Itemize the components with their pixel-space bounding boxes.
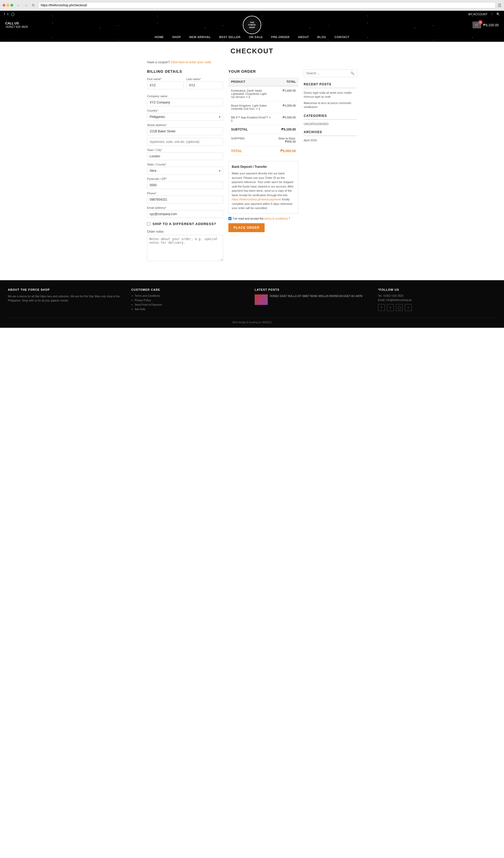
forward-button[interactable]: → [23, 3, 29, 8]
search-input[interactable] [304, 69, 348, 77]
footer-customer-care-title: CUSTOMER CARE [131, 288, 249, 291]
terms-link[interactable]: terms & conditions [264, 217, 288, 220]
my-account-link[interactable]: MY ACCOUNT [468, 13, 487, 16]
total-label: TOTAL [228, 146, 274, 156]
browser-menu-icon[interactable]: ☰ [498, 3, 501, 8]
city-label: Town / City* [147, 148, 223, 152]
table-row: Kotobukiya: Darth Vader Lightsaber Chops… [228, 86, 298, 101]
ship-different-checkbox[interactable] [147, 222, 150, 226]
close-button[interactable] [3, 4, 5, 6]
terms-checkbox[interactable] [228, 217, 231, 220]
payment-section: Bank Deposit / Transfer Make your paymen… [228, 161, 298, 214]
archive-april-2018[interactable]: April 2018 [304, 139, 357, 142]
product-name-3: BB-8™ App-Enabled Droid™ × 1 [228, 113, 274, 125]
recent-post-1[interactable]: Donec eget nulla sit amet nunc mollis rh… [304, 91, 357, 99]
order-section-title: YOUR ORDER [228, 69, 298, 74]
email-label: Email address* [147, 206, 223, 209]
cart-widget[interactable]: 🛒 4 ₱9,100.00 [472, 21, 499, 28]
address-bar[interactable] [38, 2, 495, 9]
category-uncategorized[interactable]: UNCATEGORIZED [304, 122, 357, 126]
country-select[interactable]: Philippines [147, 113, 223, 121]
nav-shop[interactable]: SHOP [168, 32, 185, 42]
company-input[interactable] [147, 98, 223, 106]
phone-number: +63917 620 3929 [5, 25, 28, 28]
nav-contact[interactable]: CONTACT [330, 32, 354, 42]
state-select[interactable]: Abra [147, 167, 223, 175]
twitter-icon-top[interactable]: t [7, 12, 8, 16]
payment-link[interactable]: https://theforceshop.ph/send-payment/ [232, 198, 281, 201]
total-row: TOTAL ₱9,900.00 [228, 146, 298, 156]
archives-section: ARCHIVES April 2018 [304, 130, 357, 142]
logo-image: THEFORCESHOP [243, 16, 261, 34]
shipping-value: Door to Door: ₱800.00 [274, 134, 298, 146]
search-icon-top[interactable]: 🔍 [497, 13, 500, 16]
recent-post-2[interactable]: Maecenas id arcu at purus commodo vestib… [304, 101, 357, 109]
street-label: Street address* [147, 124, 223, 127]
social-icons-top: f t ◯ [4, 12, 14, 16]
nav-home[interactable]: HOME [150, 32, 168, 42]
cart-icon[interactable]: 🛒 4 [472, 21, 481, 28]
wishlist-icon[interactable]: ♡ [491, 13, 493, 16]
latest-post-image [255, 295, 268, 305]
page-title: CHECKOUT [0, 47, 504, 55]
phone-input[interactable] [147, 196, 223, 204]
facebook-icon-top[interactable]: f [4, 12, 5, 16]
postcode-input[interactable] [147, 181, 223, 189]
total-col-header: TOTAL [274, 78, 298, 86]
order-notes-textarea[interactable] [147, 235, 223, 261]
cart-count-badge: 4 [478, 20, 483, 25]
footer-follow-title: *FOLLOW US [378, 288, 496, 291]
minimize-button[interactable] [6, 4, 9, 6]
footer-grid: ABOUT THE FORCE SHOP We are a mecca for … [8, 288, 496, 312]
postcode-label: Postcode / ZIP* [147, 177, 223, 180]
table-row: Beast Kingdom: Light Saber Umbrella 2nd … [228, 101, 298, 113]
ship-different-section: SHIP TO A DIFFERENT ADDRESS? [147, 222, 223, 226]
footer-extra-icon[interactable]: • [405, 304, 411, 311]
order-table: PRODUCT TOTAL Kotobukiya: Darth Vader Li… [228, 78, 298, 156]
footer-facebook-icon[interactable]: f [378, 304, 385, 311]
chevron-icon: ► [131, 304, 133, 306]
chevron-icon: ► [131, 295, 133, 297]
refresh-button[interactable]: ↻ [30, 3, 36, 8]
footer-about-col: ABOUT THE FORCE SHOP We are a mecca for … [8, 288, 126, 312]
footer-link-send-proof[interactable]: ► Send Proof of Payment [131, 303, 249, 306]
email-input[interactable] [147, 210, 223, 218]
footer-customer-care-col: CUSTOMER CARE ► Terms and Conditions ► P… [131, 288, 249, 312]
nav-new-arrival[interactable]: NEW ARRIVAL [185, 32, 215, 42]
payment-description: Make your payment directly into our bank… [232, 171, 295, 210]
top-right-nav: MY ACCOUNT ♡ 🔍 [468, 13, 500, 16]
product-price-3: ₱5,500.00 [274, 113, 298, 125]
nav-blog[interactable]: BLOG [313, 32, 330, 42]
last-name-input[interactable] [186, 81, 223, 89]
latest-post-title[interactable]: DONEC EGET NULLA SIT AMET NUNC MOLLIS RH… [270, 295, 363, 298]
maximize-button[interactable] [11, 4, 13, 6]
footer-link-ask-help[interactable]: ► Ask Help. [131, 308, 249, 311]
order-section: YOUR ORDER PRODUCT TOTAL Kotobukiya: Dar… [228, 69, 298, 232]
sidebar: 🔍 RECENT POSTS Donec eget nulla sit amet… [304, 69, 357, 146]
nav-about[interactable]: ABOUT [294, 32, 313, 42]
browser-navigation: ← → ↻ [15, 3, 36, 8]
nav-pre-order[interactable]: PRE-ORDER [267, 32, 294, 42]
back-button[interactable]: ← [15, 3, 21, 8]
instagram-icon-top[interactable]: ◯ [11, 12, 14, 16]
product-col-header: PRODUCT [228, 78, 274, 86]
browser-chrome: ← → ↻ ☰ [0, 0, 504, 11]
footer-twitter-icon[interactable]: t [387, 304, 394, 311]
site-logo[interactable]: THEFORCESHOP [243, 16, 261, 34]
footer-instagram-icon[interactable]: ◯ [396, 304, 403, 311]
search-button[interactable]: 🔍 [348, 69, 357, 77]
footer-link-privacy[interactable]: ► Privacy Policy [131, 299, 249, 302]
coupon-link[interactable]: Click here to enter your code [171, 60, 211, 64]
shipping-row: SHIPPING Door to Door: ₱800.00 [228, 134, 298, 146]
street-input[interactable] [147, 127, 223, 135]
apt-input[interactable] [147, 138, 223, 146]
place-order-button[interactable]: PLACE ORDER [228, 223, 265, 232]
country-label: Country* [147, 109, 223, 112]
footer-link-terms[interactable]: ► Terms and Conditions [131, 295, 249, 297]
product-price-1: ₱1,600.00 [274, 86, 298, 101]
archives-title: ARCHIVES [304, 130, 357, 136]
nav-best-seller[interactable]: BEST SELLER [215, 32, 245, 42]
city-input[interactable] [147, 152, 223, 160]
first-name-input[interactable] [147, 81, 184, 89]
recent-posts-title: RECENT POSTS [304, 82, 357, 88]
